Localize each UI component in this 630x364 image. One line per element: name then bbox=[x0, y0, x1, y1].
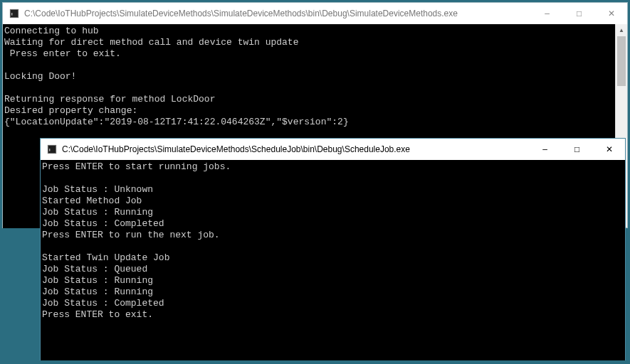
close-button[interactable]: ✕ bbox=[595, 3, 627, 24]
desktop: C:\Code\IoTHubProjects\SimulateDeviceMet… bbox=[0, 0, 630, 364]
maximize-button[interactable]: □ bbox=[561, 139, 593, 160]
console-app-icon bbox=[9, 8, 20, 19]
svg-rect-2 bbox=[48, 145, 56, 153]
scroll-up-button[interactable]: ▲ bbox=[616, 24, 627, 36]
window-title: C:\Code\IoTHubProjects\SimulateDeviceMet… bbox=[62, 144, 529, 154]
close-button[interactable]: ✕ bbox=[593, 139, 625, 160]
titlebar[interactable]: C:\Code\IoTHubProjects\SimulateDeviceMet… bbox=[41, 139, 625, 160]
svg-rect-0 bbox=[10, 9, 18, 17]
minimize-button[interactable]: – bbox=[531, 3, 563, 24]
svg-rect-1 bbox=[11, 13, 12, 16]
minimize-button[interactable]: – bbox=[529, 139, 561, 160]
scroll-thumb[interactable] bbox=[617, 36, 626, 86]
console-app-icon bbox=[46, 144, 58, 155]
maximize-button[interactable]: □ bbox=[563, 3, 595, 24]
window-controls: – □ ✕ bbox=[529, 139, 625, 160]
titlebar[interactable]: C:\Code\IoTHubProjects\SimulateDeviceMet… bbox=[3, 3, 627, 24]
console-output[interactable]: Press ENTER to start running jobs. Job S… bbox=[41, 160, 625, 360]
svg-rect-3 bbox=[49, 149, 50, 151]
window-schedule-job[interactable]: C:\Code\IoTHubProjects\SimulateDeviceMet… bbox=[40, 138, 626, 360]
window-controls: – □ ✕ bbox=[531, 3, 627, 24]
window-title: C:\Code\IoTHubProjects\SimulateDeviceMet… bbox=[24, 9, 531, 18]
